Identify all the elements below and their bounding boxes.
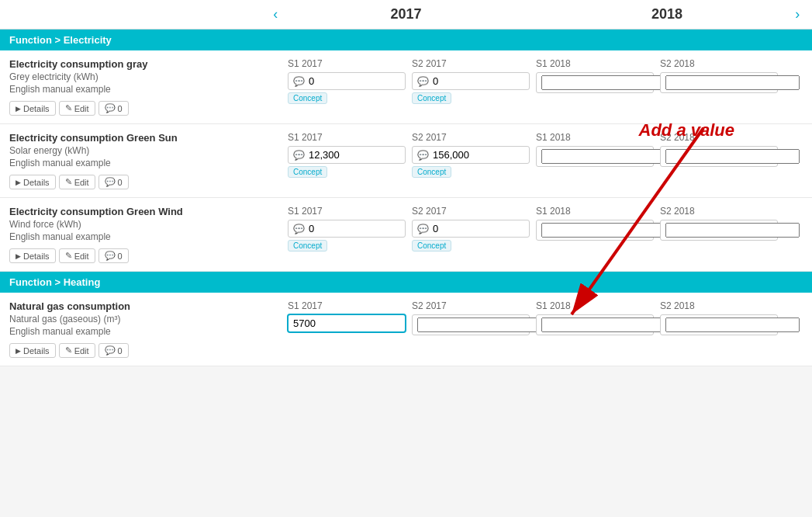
btn-0[interactable]: 💬0 bbox=[98, 343, 129, 358]
period-col: S1 2018 bbox=[533, 132, 657, 178]
btn-edit[interactable]: ✎Edit bbox=[59, 248, 95, 263]
section-header-electricity: Function > Electricity bbox=[0, 29, 812, 50]
value-input[interactable] bbox=[541, 317, 676, 332]
value-input[interactable] bbox=[541, 75, 676, 90]
value-input[interactable] bbox=[309, 223, 400, 234]
period-label: S1 2018 bbox=[536, 58, 654, 69]
period-label: S1 2018 bbox=[536, 206, 654, 217]
row-actions: ▶Details✎Edit💬0 bbox=[9, 248, 285, 263]
0-icon: 💬 bbox=[105, 251, 116, 261]
value-input[interactable] bbox=[433, 149, 524, 161]
edit-icon: ✎ bbox=[65, 251, 72, 261]
value-input[interactable] bbox=[665, 149, 800, 164]
details-icon: ▶ bbox=[16, 347, 21, 355]
btn-0[interactable]: 💬0 bbox=[98, 248, 129, 263]
empty-value-input-wrap bbox=[536, 146, 654, 167]
concept-badge: Concept bbox=[412, 166, 451, 178]
period-label: S2 2017 bbox=[412, 300, 530, 311]
period-col: S1 2018 bbox=[533, 300, 657, 335]
year-2018-label: 2018 bbox=[551, 6, 783, 23]
0-icon: 💬 bbox=[105, 103, 116, 113]
sections-container: Function > ElectricityElectricity consum… bbox=[0, 29, 812, 366]
period-label: S1 2017 bbox=[288, 206, 406, 217]
btn-label: Details bbox=[23, 104, 50, 113]
period-col: S1 2017💬Concept bbox=[285, 206, 409, 252]
chat-icon: 💬 bbox=[293, 224, 305, 234]
concept-badge: Concept bbox=[288, 166, 327, 178]
section-header-heating: Function > Heating bbox=[0, 272, 812, 293]
value-input[interactable] bbox=[293, 317, 400, 329]
period-col: S2 2018 bbox=[657, 300, 781, 335]
row-example: English manual example bbox=[9, 231, 285, 242]
row-data: S1 2017💬ConceptS2 2017💬ConceptS1 2018S2 … bbox=[285, 132, 803, 178]
chat-icon: 💬 bbox=[293, 150, 305, 161]
value-input[interactable] bbox=[665, 223, 800, 238]
period-col: S2 2018 bbox=[657, 58, 781, 104]
table-row: Electricity consumption Green WindWind f… bbox=[0, 198, 812, 272]
value-input-wrap: 💬 bbox=[412, 72, 530, 90]
period-label: S1 2018 bbox=[536, 132, 654, 143]
value-input-wrap: 💬 bbox=[288, 146, 406, 164]
value-input[interactable] bbox=[309, 75, 400, 87]
row-label-consumption-gray: Electricity consumption grayGrey electri… bbox=[9, 58, 285, 116]
btn-0[interactable]: 💬0 bbox=[98, 175, 129, 189]
year-navigation: ‹ 2017 › 2018 › bbox=[0, 0, 812, 29]
period-label: S2 2018 bbox=[660, 300, 778, 311]
period-label: S2 2017 bbox=[412, 132, 530, 143]
details-icon: ▶ bbox=[16, 105, 21, 113]
value-input-wrap: 💬 bbox=[288, 220, 406, 238]
value-input[interactable] bbox=[417, 317, 551, 332]
value-input-wrap: 💬 bbox=[288, 72, 406, 90]
btn-edit[interactable]: ✎Edit bbox=[59, 175, 95, 189]
period-label: S2 2018 bbox=[660, 58, 778, 69]
period-col: S2 2018 bbox=[657, 206, 781, 252]
btn-label: 0 bbox=[118, 346, 123, 356]
value-input[interactable] bbox=[665, 75, 800, 90]
row-label-consumption-green-wind: Electricity consumption Green WindWind f… bbox=[9, 206, 285, 263]
btn-label: Edit bbox=[74, 252, 89, 261]
btn-edit[interactable]: ✎Edit bbox=[59, 101, 95, 116]
0-icon: 💬 bbox=[105, 345, 116, 356]
empty-value-input-wrap bbox=[660, 72, 778, 93]
btn-details[interactable]: ▶Details bbox=[9, 248, 56, 263]
concept-badge: Concept bbox=[288, 92, 327, 104]
row-example: English manual example bbox=[9, 326, 285, 337]
value-input[interactable] bbox=[665, 317, 800, 332]
next-button[interactable]: › bbox=[783, 6, 812, 23]
btn-label: Details bbox=[23, 178, 50, 187]
empty-value-input-wrap bbox=[536, 314, 654, 335]
value-input[interactable] bbox=[433, 75, 524, 87]
empty-value-input-wrap bbox=[660, 146, 778, 167]
btn-label: Edit bbox=[74, 104, 89, 113]
empty-value-input-wrap bbox=[412, 314, 530, 335]
btn-label: Edit bbox=[74, 346, 89, 356]
active-value-input-wrap bbox=[288, 314, 406, 332]
btn-0[interactable]: 💬0 bbox=[98, 101, 129, 116]
btn-details[interactable]: ▶Details bbox=[9, 101, 56, 116]
row-label-consumption-green-sun: Electricity consumption Green SunSolar e… bbox=[9, 132, 285, 189]
edit-icon: ✎ bbox=[65, 103, 72, 113]
main-container: ‹ 2017 › 2018 › Add a value Function > E… bbox=[0, 0, 812, 517]
row-data: S1 2017S2 2017S1 2018S2 2018 bbox=[285, 300, 803, 335]
value-input[interactable] bbox=[541, 223, 676, 238]
year-2017-label: 2017 bbox=[290, 6, 522, 23]
row-title: Electricity consumption Green Wind bbox=[9, 206, 285, 217]
value-input[interactable] bbox=[309, 149, 400, 161]
period-label: S1 2017 bbox=[288, 58, 406, 69]
edit-icon: ✎ bbox=[65, 345, 72, 356]
value-input[interactable] bbox=[541, 149, 676, 164]
empty-value-input-wrap bbox=[536, 72, 654, 93]
row-title: Natural gas consumption bbox=[9, 300, 285, 312]
row-title: Electricity consumption gray bbox=[9, 58, 285, 70]
value-input[interactable] bbox=[433, 223, 524, 234]
row-example: English manual example bbox=[9, 84, 285, 95]
edit-icon: ✎ bbox=[65, 177, 72, 187]
period-col: S2 2017💬Concept bbox=[409, 132, 533, 178]
btn-details[interactable]: ▶Details bbox=[9, 175, 56, 189]
row-actions: ▶Details✎Edit💬0 bbox=[9, 175, 285, 189]
prev-year-button[interactable]: ‹ bbox=[261, 6, 290, 23]
period-col: S1 2017💬Concept bbox=[285, 58, 409, 104]
btn-edit[interactable]: ✎Edit bbox=[59, 343, 95, 358]
btn-details[interactable]: ▶Details bbox=[9, 343, 56, 358]
period-label: S1 2017 bbox=[288, 132, 406, 143]
